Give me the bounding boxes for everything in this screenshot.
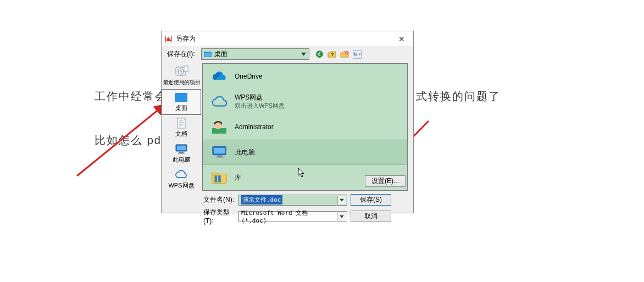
sidebar-item-label: 此电脑 — [173, 156, 191, 164]
save-as-dialog: 另存为 ✕ 保存在(I): 桌面 — [161, 31, 414, 213]
titlebar: 另存为 ✕ — [162, 31, 413, 46]
sidebar-item-label: WPS网盘 — [168, 181, 194, 190]
close-button[interactable]: ✕ — [390, 31, 413, 46]
place-administrator[interactable]: Administrator — [203, 114, 407, 140]
location-combobox[interactable]: 桌面 — [201, 48, 309, 60]
sidebar-item-this-pc[interactable]: 此电脑 — [162, 140, 201, 166]
file-listing[interactable]: OneDrive WPS网盘 双击进入WPS网盘 — [202, 63, 408, 191]
places-sidebar: 最近使用的项目 桌面 — [162, 62, 201, 192]
place-onedrive[interactable]: OneDrive — [203, 64, 407, 89]
libraries-icon — [210, 170, 228, 185]
svg-rect-26 — [215, 157, 224, 158]
place-wps-cloud[interactable]: WPS网盘 双击进入WPS网盘 — [203, 89, 407, 114]
sidebar-item-desktop[interactable]: 桌面 — [162, 89, 201, 115]
filename-value: 演示文件.doc — [241, 195, 282, 204]
svg-rect-7 — [354, 52, 356, 54]
filetype-label: 保存类型(T): — [203, 208, 235, 225]
onedrive-icon — [210, 69, 228, 84]
svg-rect-28 — [212, 173, 218, 175]
settings-button[interactable]: 设置(E)... — [365, 175, 406, 187]
svg-rect-10 — [356, 54, 357, 56]
svg-rect-30 — [218, 175, 221, 182]
svg-rect-29 — [215, 175, 218, 182]
place-label: 此电脑 — [235, 148, 255, 156]
svg-point-5 — [316, 51, 323, 58]
svg-rect-13 — [184, 66, 188, 71]
place-label: WPS网盘 — [235, 93, 285, 101]
svg-rect-18 — [177, 146, 186, 150]
dialog-body: 最近使用的项目 桌面 — [162, 62, 413, 192]
location-name: 桌面 — [214, 49, 227, 59]
cancel-button[interactable]: 取消 — [351, 211, 391, 222]
svg-rect-8 — [356, 52, 357, 54]
filetype-combobox[interactable]: Microsoft Word 文档 (*.doc) — [238, 211, 347, 222]
place-label: Administrator — [235, 123, 274, 131]
wps-cloud-icon — [174, 169, 188, 181]
svg-rect-4 — [204, 53, 211, 57]
place-label: OneDrive — [235, 73, 263, 80]
svg-rect-15 — [176, 93, 187, 101]
settings-label: 设置(E)... — [371, 176, 399, 186]
sidebar-item-recent[interactable]: 最近使用的项目 — [162, 63, 201, 89]
svg-rect-24 — [214, 148, 225, 153]
save-label: 保存(S) — [360, 195, 382, 204]
app-icon — [165, 35, 173, 43]
up-one-level-icon[interactable] — [327, 50, 336, 59]
back-icon[interactable] — [315, 50, 324, 59]
place-sublabel: 双击进入WPS网盘 — [235, 102, 285, 110]
this-pc-large-icon — [211, 145, 229, 160]
cancel-label: 取消 — [364, 212, 377, 221]
sidebar-item-wps-cloud[interactable]: WPS网盘 — [162, 166, 201, 192]
svg-rect-20 — [178, 153, 185, 154]
filetype-value: Microsoft Word 文档 (*.doc) — [241, 209, 337, 224]
filename-dropdown-icon[interactable] — [337, 196, 346, 204]
new-folder-icon[interactable] — [340, 50, 349, 59]
user-icon — [210, 119, 228, 135]
desktop-folder-icon — [204, 51, 212, 57]
filename-label: 文件名(N): — [203, 195, 235, 204]
location-dropdown-icon[interactable] — [299, 50, 308, 58]
wps-cloud-large-icon — [210, 94, 228, 109]
desktop-icon — [174, 91, 188, 103]
toolbar-icons — [315, 50, 362, 59]
recent-items-icon — [174, 65, 188, 78]
save-button[interactable]: 保存(S) — [351, 194, 391, 206]
svg-rect-25 — [217, 156, 222, 157]
sidebar-item-label: 最近使用的项目 — [163, 79, 200, 86]
settings-button-wrap: 设置(E)... — [365, 175, 406, 187]
sidebar-item-label: 桌面 — [175, 104, 187, 112]
svg-rect-19 — [179, 152, 184, 153]
filename-input[interactable]: 演示文件.doc — [238, 195, 347, 206]
sidebar-item-documents[interactable]: 文档 — [162, 115, 201, 141]
save-fields: 文件名(N): 演示文件.doc 保存(S) 保存类型(T): Microsof… — [162, 192, 413, 228]
sidebar-item-label: 文档 — [175, 130, 187, 138]
filetype-dropdown-icon[interactable] — [337, 212, 346, 220]
chevron-down-icon — [359, 53, 361, 56]
close-icon: ✕ — [398, 35, 405, 43]
place-label: 库 — [235, 174, 241, 181]
location-toolbar: 保存在(I): 桌面 — [162, 46, 413, 62]
documents-icon — [174, 117, 188, 129]
dialog-title: 另存为 — [176, 34, 196, 43]
views-menu-button[interactable] — [353, 50, 362, 59]
save-in-label: 保存在(I): — [167, 49, 198, 59]
this-pc-icon — [174, 143, 188, 155]
place-this-pc[interactable]: 此电脑 — [203, 140, 407, 165]
svg-rect-9 — [354, 54, 356, 56]
